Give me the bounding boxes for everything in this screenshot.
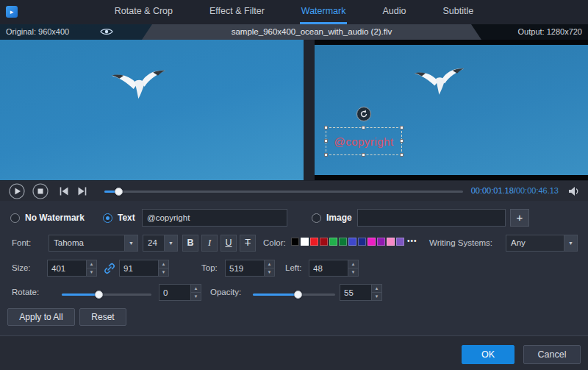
strikethrough-button[interactable]: T	[240, 235, 256, 252]
rotate-slider-handle[interactable]	[95, 291, 103, 299]
playback-bar: 00:00:01.18/00:00:46.13	[0, 180, 588, 201]
tab-rotate-crop[interactable]: Rotate & Crop	[113, 0, 174, 24]
resize-handle[interactable]	[324, 139, 328, 143]
add-image-button[interactable]: +	[510, 209, 529, 227]
color-swatch[interactable]	[301, 238, 309, 246]
stop-button[interactable]	[32, 183, 49, 199]
step-up-button[interactable]: ▲	[265, 260, 274, 268]
bird-image	[412, 65, 469, 99]
color-swatch[interactable]	[358, 238, 366, 246]
radio-circle[interactable]	[312, 213, 321, 223]
step-up-button[interactable]: ▲	[159, 260, 168, 268]
ok-button[interactable]: OK	[462, 345, 514, 364]
step-down-button[interactable]: ▼	[265, 268, 274, 276]
top-label: Top:	[201, 263, 218, 272]
color-swatch[interactable]	[348, 238, 356, 246]
original-size-label: Original: 960x400	[6, 24, 69, 40]
play-button[interactable]	[9, 183, 25, 199]
step-up-button[interactable]: ▲	[191, 285, 201, 293]
opacity-input[interactable]	[340, 285, 370, 300]
link-dimensions-icon[interactable]	[103, 262, 116, 277]
tab-effect-filter[interactable]: Effect & Filter	[208, 0, 266, 24]
bold-button[interactable]: B	[182, 235, 198, 252]
resize-handle[interactable]	[324, 153, 328, 157]
top-input[interactable]	[226, 260, 263, 276]
font-size-dropdown[interactable]: 24 ▼	[143, 235, 178, 252]
previous-frame-button[interactable]	[59, 186, 70, 196]
resize-handle[interactable]	[362, 126, 365, 129]
radio-circle[interactable]	[103, 213, 112, 223]
writing-systems-dropdown[interactable]: Any ▼	[506, 235, 578, 252]
step-down-button[interactable]: ▼	[191, 293, 201, 300]
color-swatch[interactable]	[377, 238, 385, 246]
step-down-button[interactable]: ▼	[372, 293, 381, 300]
step-up-button[interactable]: ▲	[87, 260, 96, 268]
resize-handle[interactable]	[324, 126, 328, 129]
color-swatch[interactable]	[368, 238, 376, 246]
stepper: ▲▼	[190, 285, 201, 300]
next-frame-button[interactable]	[76, 186, 87, 196]
stepper: ▲▼	[264, 260, 274, 276]
left-input[interactable]	[309, 260, 347, 276]
opacity-slider[interactable]	[253, 293, 335, 296]
original-preview-video	[0, 24, 304, 180]
step-down-button[interactable]: ▼	[87, 268, 96, 276]
preview-header: Original: 960x400 sample_960x400_ocean_w…	[0, 24, 588, 40]
color-swatch[interactable]	[291, 238, 299, 246]
underline-button[interactable]: U	[220, 235, 237, 252]
color-swatch[interactable]	[387, 238, 395, 246]
opacity-field: ▲▼	[340, 284, 382, 301]
preview-area: @copyright Original: 960x400	[0, 24, 588, 180]
tab-watermark[interactable]: Watermark	[300, 0, 348, 24]
image-watermark-radio[interactable]: Image	[312, 213, 352, 223]
resize-handle[interactable]	[400, 126, 404, 129]
watermark-image-input[interactable]	[357, 209, 506, 227]
apply-to-all-button[interactable]: Apply to All	[7, 308, 75, 326]
watermark-rotate-handle[interactable]	[356, 107, 371, 121]
italic-button[interactable]: I	[201, 235, 218, 252]
color-swatch[interactable]	[329, 238, 337, 246]
tab-audio[interactable]: Audio	[381, 0, 407, 24]
size-height-input[interactable]	[120, 260, 157, 276]
rotate-slider[interactable]	[62, 293, 151, 296]
rotate-input[interactable]	[159, 285, 190, 300]
color-label: Color:	[263, 238, 286, 247]
step-down-button[interactable]: ▼	[348, 268, 358, 276]
color-swatch[interactable]	[339, 238, 347, 246]
rotate-field: ▲▼	[159, 284, 201, 301]
color-swatch[interactable]	[320, 238, 328, 246]
seek-slider[interactable]	[104, 191, 463, 193]
size-label: Size:	[12, 263, 31, 272]
resize-handle[interactable]	[362, 153, 365, 157]
left-label: Left:	[285, 263, 301, 272]
font-label: Font:	[12, 238, 31, 247]
color-swatch[interactable]	[310, 238, 318, 246]
watermark-overlay[interactable]: @copyright	[326, 127, 402, 155]
watermark-text-input[interactable]	[142, 209, 287, 227]
resize-handle[interactable]	[400, 139, 404, 143]
font-dropdown[interactable]: Tahoma ▼	[49, 235, 138, 252]
resize-handle[interactable]	[400, 153, 404, 157]
size-height-field: ▲▼	[119, 260, 169, 277]
output-video-frame: @copyright	[315, 45, 588, 175]
preview-eye-icon[interactable]	[100, 27, 113, 38]
seek-slider-handle[interactable]	[115, 188, 123, 196]
tab-subtitle[interactable]: Subtitle	[441, 0, 475, 24]
text-watermark-radio[interactable]: Text	[103, 213, 135, 223]
stepper: ▲▼	[371, 285, 381, 300]
more-colors-button[interactable]: •••	[407, 237, 417, 245]
volume-icon[interactable]	[568, 186, 581, 199]
opacity-slider-handle[interactable]	[294, 291, 302, 299]
cancel-button[interactable]: Cancel	[523, 345, 581, 364]
step-up-button[interactable]: ▲	[372, 285, 381, 293]
chevron-down-icon: ▼	[164, 235, 177, 251]
output-size-label: Output: 1280x720	[518, 24, 582, 40]
step-down-button[interactable]: ▼	[159, 268, 168, 276]
reset-button[interactable]: Reset	[79, 308, 126, 326]
color-swatch[interactable]	[396, 238, 404, 246]
stepper: ▲▼	[348, 260, 358, 276]
step-up-button[interactable]: ▲	[348, 260, 358, 268]
no-watermark-radio[interactable]: No Watermark	[10, 213, 85, 223]
size-width-input[interactable]	[48, 260, 85, 276]
radio-circle[interactable]	[10, 213, 20, 223]
